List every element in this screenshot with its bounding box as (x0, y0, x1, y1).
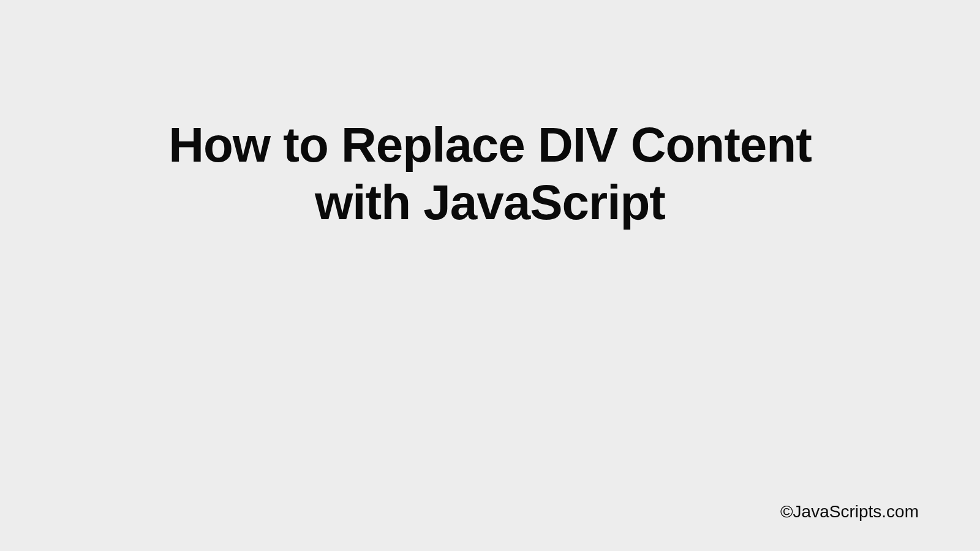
title-line-2: with JavaScript (315, 175, 665, 230)
title-container: How to Replace DIV Content with JavaScri… (0, 116, 980, 232)
footer-attribution: ©JavaScripts.com (780, 502, 919, 522)
page-title: How to Replace DIV Content with JavaScri… (61, 116, 919, 232)
title-line-1: How to Replace DIV Content (168, 118, 812, 172)
